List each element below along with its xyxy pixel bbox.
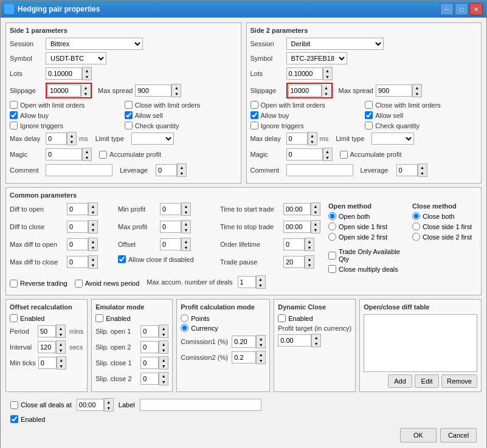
side1-comment-input[interactable] (46, 164, 112, 176)
offset-period-down[interactable]: ▼ (57, 331, 65, 337)
side1-leverage-input[interactable] (156, 164, 177, 176)
side2-magic-input[interactable] (286, 148, 323, 160)
side2-accumulate-check[interactable] (340, 151, 348, 159)
side2-allow-sell-check[interactable] (365, 111, 373, 119)
side1-maxdelay-down[interactable]: ▼ (67, 139, 76, 145)
close-side1-radio[interactable] (412, 222, 420, 230)
max-diff-open-input[interactable] (67, 238, 88, 250)
profit-target-up[interactable]: ▲ (312, 334, 320, 340)
side2-allow-buy-check[interactable] (250, 111, 258, 119)
min-profit-down[interactable]: ▼ (182, 209, 190, 215)
diff-close-down[interactable]: ▼ (89, 227, 97, 233)
trade-pause-input[interactable] (283, 256, 305, 268)
close-all-time-up[interactable]: ▲ (105, 399, 113, 405)
offset-minticks-up[interactable]: ▲ (57, 357, 66, 363)
commission1-input[interactable] (232, 336, 256, 348)
open-side1-radio[interactable] (328, 222, 336, 230)
profit-target-input[interactable] (278, 334, 311, 346)
minimize-button[interactable]: ─ (440, 3, 454, 15)
slip-open1-up[interactable]: ▲ (159, 325, 168, 331)
slip-close2-input[interactable] (140, 373, 159, 385)
side1-lots-down[interactable]: ▼ (83, 74, 91, 80)
side2-slippage-input[interactable] (288, 84, 322, 97)
offset-interval-input[interactable] (38, 341, 56, 353)
side2-check-quantity-check[interactable] (365, 122, 373, 129)
dynamic-enabled-check[interactable] (278, 314, 286, 322)
side2-leverage-up[interactable]: ▲ (418, 164, 427, 170)
time-start-down[interactable]: ▼ (311, 209, 320, 215)
side2-session-select[interactable]: Deribit (286, 38, 384, 50)
close-side2-radio[interactable] (412, 233, 420, 241)
close-multiply-check[interactable] (328, 265, 336, 273)
side1-slippage-down[interactable]: ▼ (81, 91, 90, 97)
reverse-trading-check[interactable] (10, 280, 18, 288)
side1-allow-sell-check[interactable] (125, 111, 133, 119)
offset-minticks-input[interactable] (38, 357, 57, 369)
max-accum-input[interactable] (238, 276, 256, 288)
commission1-up[interactable]: ▲ (257, 336, 265, 342)
cancel-button[interactable]: Cancel (440, 428, 477, 443)
side1-open-limit-check[interactable] (10, 101, 18, 109)
diff-open-down[interactable]: ▼ (89, 209, 97, 215)
commission2-up[interactable]: ▲ (257, 351, 265, 357)
side1-maxdelay-up[interactable]: ▲ (67, 133, 76, 139)
commission2-input[interactable] (232, 351, 256, 364)
max-diff-open-up[interactable]: ▲ (89, 238, 97, 244)
slip-open2-input[interactable] (140, 341, 159, 353)
max-diff-close-up[interactable]: ▲ (89, 256, 97, 262)
side2-slippage-up[interactable]: ▲ (322, 84, 331, 91)
enabled-check[interactable] (10, 415, 18, 423)
offset-interval-up[interactable]: ▲ (57, 341, 65, 347)
max-profit-down[interactable]: ▼ (182, 227, 190, 233)
label-input[interactable] (140, 399, 261, 411)
side1-maxspread-down[interactable]: ▼ (172, 91, 181, 97)
close-both-radio[interactable] (412, 212, 420, 220)
table-remove-button[interactable]: Remove (441, 374, 477, 388)
diff-close-input[interactable] (67, 221, 88, 233)
max-diff-close-input[interactable] (67, 256, 88, 268)
open-both-radio[interactable] (328, 212, 336, 220)
avoid-news-check[interactable] (75, 280, 83, 288)
side2-ignore-triggers-check[interactable] (250, 122, 258, 129)
commission2-down[interactable]: ▼ (257, 357, 265, 364)
side1-maxspread-input[interactable] (135, 84, 171, 97)
side2-magic-up[interactable]: ▲ (323, 148, 332, 154)
side2-lots-input[interactable] (286, 67, 323, 80)
max-diff-open-down[interactable]: ▼ (89, 244, 97, 250)
side1-magic-input[interactable] (46, 148, 82, 160)
side2-comment-input[interactable] (286, 164, 353, 176)
side2-close-limit-check[interactable] (365, 101, 373, 109)
time-stop-down[interactable]: ▼ (311, 227, 320, 233)
side1-magic-up[interactable]: ▲ (83, 148, 91, 154)
side1-limittype-select[interactable] (131, 133, 174, 145)
side2-magic-down[interactable]: ▼ (323, 154, 332, 160)
min-profit-input[interactable] (160, 203, 181, 215)
emulator-enabled-check[interactable] (95, 314, 103, 322)
side1-maxspread-up[interactable]: ▲ (172, 84, 181, 91)
side1-slippage-up[interactable]: ▲ (81, 84, 90, 91)
max-profit-input[interactable] (160, 221, 181, 233)
side1-close-limit-check[interactable] (125, 101, 133, 109)
trade-pause-up[interactable]: ▲ (305, 256, 314, 262)
slip-close1-input[interactable] (140, 357, 159, 369)
side1-ignore-triggers-check[interactable] (10, 122, 18, 129)
ok-button[interactable]: OK (400, 428, 437, 443)
trade-pause-down[interactable]: ▼ (305, 262, 314, 268)
close-all-deals-check[interactable] (10, 401, 18, 409)
slip-close1-up[interactable]: ▲ (159, 357, 168, 363)
diff-open-input[interactable] (67, 203, 88, 215)
slip-open2-up[interactable]: ▲ (159, 341, 168, 347)
side1-accumulate-check[interactable] (99, 151, 107, 159)
max-diff-close-down[interactable]: ▼ (89, 262, 97, 268)
close-all-time-input[interactable] (77, 399, 104, 411)
offset-period-input[interactable] (38, 325, 56, 337)
table-add-button[interactable]: Add (388, 374, 412, 388)
open-close-table-area[interactable] (364, 314, 477, 372)
offset-enabled-check[interactable] (10, 314, 18, 322)
min-profit-up[interactable]: ▲ (182, 203, 190, 209)
side1-symbol-select[interactable]: USDT-BTC (46, 52, 106, 64)
profit-currency-radio[interactable] (181, 324, 188, 332)
side1-session-select[interactable]: Bittrex (46, 38, 143, 50)
diff-close-up[interactable]: ▲ (89, 221, 97, 227)
close-button[interactable]: ✕ (469, 3, 483, 15)
